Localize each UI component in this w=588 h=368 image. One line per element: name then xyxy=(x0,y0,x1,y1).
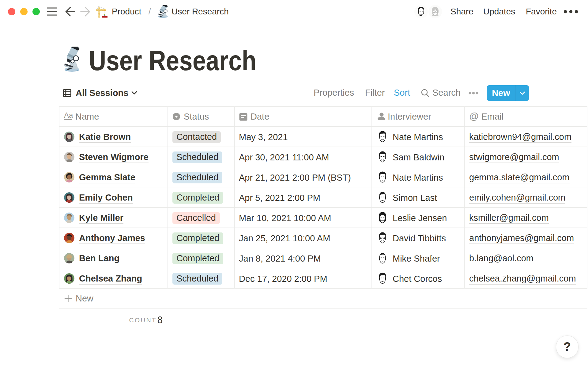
svg-text:Aa: Aa xyxy=(64,113,73,119)
